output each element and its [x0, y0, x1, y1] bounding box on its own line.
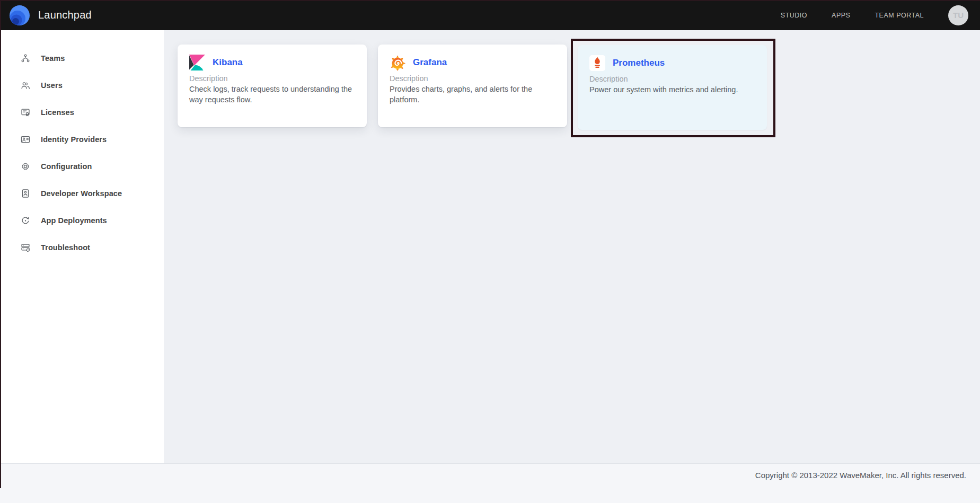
sidebar-item-licenses[interactable]: Licenses [0, 99, 164, 126]
sidebar-item-label: Developer Workspace [41, 189, 122, 198]
prometheus-logo-icon [589, 55, 605, 71]
teams-icon [20, 53, 31, 64]
description-text: Check logs, track requests to understand… [189, 84, 355, 105]
app-card-grafana[interactable]: Grafana Description Provides charts, gra… [378, 45, 567, 127]
description-label: Description [589, 75, 755, 83]
top-nav-links: STUDIO APPS TEAM PORTAL TU [781, 0, 968, 30]
sidebar-item-troubleshoot[interactable]: Troubleshoot [0, 234, 164, 261]
sidebar-item-users[interactable]: Users [0, 72, 164, 99]
card-header: Prometheus [589, 55, 755, 71]
description-label: Description [390, 74, 555, 83]
sidebar-item-identity-providers[interactable]: Identity Providers [0, 126, 164, 153]
app-card-kibana[interactable]: Kibana Description Check logs, track req… [178, 45, 367, 127]
app-deployments-icon [20, 215, 31, 226]
sidebar-item-label: Troubleshoot [41, 243, 90, 252]
sidebar-item-configuration[interactable]: Configuration [0, 153, 164, 180]
left-edge-border [0, 0, 1, 488]
app-card-prometheus[interactable]: Prometheus Description Power our system … [578, 45, 767, 130]
card-header: Kibana [189, 55, 355, 70]
brand: Launchpad [0, 5, 92, 26]
launchpad-screen: Launchpad STUDIO APPS TEAM PORTAL TU Tea… [0, 0, 980, 503]
sidebar-item-label: Configuration [41, 162, 92, 171]
nav-link-team-portal[interactable]: TEAM PORTAL [875, 12, 924, 19]
copyright-text: Copyright © 2013-2022 WaveMaker, Inc. Al… [755, 471, 966, 480]
description-label: Description [189, 74, 355, 83]
sidebar-item-label: Identity Providers [41, 135, 107, 144]
users-icon [20, 80, 31, 91]
app-title-link[interactable]: Prometheus [613, 58, 665, 68]
sidebar-item-label: Licenses [41, 108, 74, 117]
sidebar-item-label: App Deployments [41, 216, 107, 225]
app-title: Launchpad [38, 9, 92, 21]
sidebar: Teams Users Licenses [0, 30, 164, 463]
grafana-logo-icon [390, 55, 405, 70]
page-footer: Copyright © 2013-2022 WaveMaker, Inc. Al… [0, 463, 980, 503]
nav-link-studio[interactable]: STUDIO [781, 12, 807, 19]
description-text: Provides charts, graphs, and alerts for … [390, 84, 555, 105]
sidebar-item-developer-workspace[interactable]: Developer Workspace [0, 180, 164, 207]
sidebar-item-label: Teams [41, 54, 65, 63]
card-header: Grafana [390, 55, 555, 70]
sidebar-item-label: Users [41, 81, 63, 90]
description-text: Power our system with metrics and alerti… [589, 85, 755, 95]
sidebar-item-app-deployments[interactable]: App Deployments [0, 207, 164, 234]
sidebar-item-teams[interactable]: Teams [0, 45, 164, 72]
top-navbar: Launchpad STUDIO APPS TEAM PORTAL TU [0, 0, 980, 30]
developer-workspace-icon [20, 188, 31, 199]
troubleshoot-icon [20, 242, 31, 253]
nav-link-apps[interactable]: APPS [832, 12, 850, 19]
app-title-link[interactable]: Kibana [213, 57, 243, 68]
configuration-icon [20, 161, 31, 172]
identity-providers-icon [20, 134, 31, 145]
licenses-icon [20, 107, 31, 118]
user-avatar[interactable]: TU [948, 5, 968, 25]
app-title-link[interactable]: Grafana [413, 57, 447, 68]
wavemaker-wave-logo-icon [9, 5, 30, 26]
top-edge-border [0, 0, 980, 1]
kibana-logo-icon [189, 55, 205, 70]
